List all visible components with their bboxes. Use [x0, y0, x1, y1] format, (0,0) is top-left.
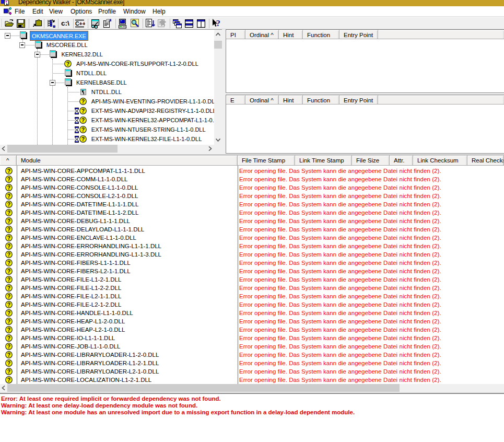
svg-text:?: ?	[7, 377, 10, 383]
svg-text:?: ?	[7, 243, 10, 249]
svg-text:?: ?	[66, 61, 69, 67]
svg-text:?: ?	[7, 310, 10, 316]
svg-text:?: ?	[216, 18, 221, 28]
svg-text:?: ?	[7, 168, 10, 174]
svg-text:C++: C++	[75, 20, 85, 27]
svg-text:?: ?	[81, 126, 85, 133]
svg-text:?: ?	[81, 98, 85, 104]
svg-text:?: ?	[7, 318, 10, 324]
svg-text:?: ?	[7, 260, 10, 266]
svg-text:?: ?	[7, 343, 10, 350]
svg-text:?: ?	[81, 117, 85, 123]
svg-text:?: ?	[7, 335, 10, 341]
svg-text:?: ?	[7, 226, 10, 232]
svg-text:?: ?	[7, 352, 10, 358]
svg-text:?: ?	[7, 184, 10, 191]
svg-text:?: ?	[81, 136, 85, 142]
svg-text:?: ?	[7, 218, 10, 224]
svg-text:?: ?	[7, 235, 10, 241]
svg-text:c:\: c:\	[61, 19, 69, 27]
svg-text:?: ?	[7, 176, 10, 182]
svg-text:?: ?	[81, 108, 85, 114]
svg-text:?: ?	[7, 193, 10, 199]
svg-text:?: ?	[7, 201, 10, 207]
svg-text:?: ?	[7, 210, 10, 216]
svg-text:?: ?	[7, 251, 10, 258]
svg-text:?: ?	[7, 301, 10, 308]
svg-text:?: ?	[7, 293, 10, 299]
svg-text:?: ?	[7, 360, 10, 366]
svg-text:?: ?	[7, 368, 10, 375]
svg-text:?: ?	[7, 327, 10, 333]
svg-text:?: ?	[7, 276, 10, 283]
svg-text:?: ?	[7, 268, 10, 274]
svg-text:?: ?	[7, 285, 10, 291]
